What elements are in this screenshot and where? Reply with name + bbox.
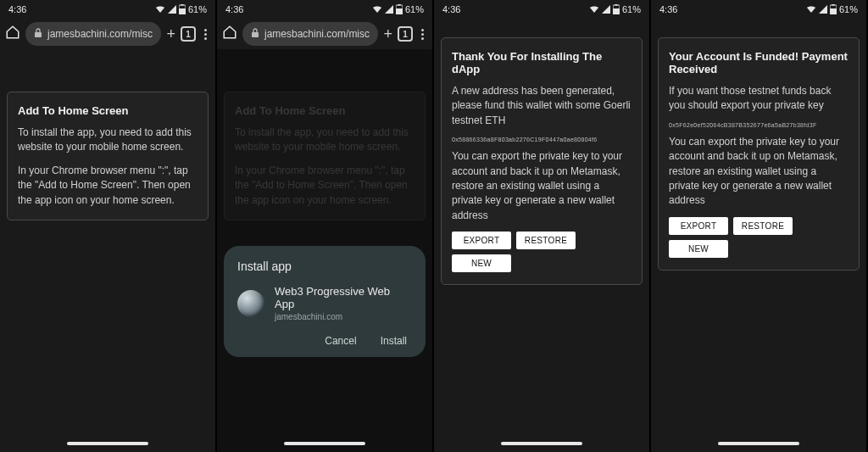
status-right: 61% [372,4,424,14]
status-time: 4:36 [659,4,677,14]
battery-icon [396,4,403,14]
card-title: Add To Home Screen [18,104,198,117]
install-app-sheet: Install app Web3 Progressive Web App jam… [224,246,426,357]
export-button[interactable]: EXPORT [669,217,728,235]
signal-icon [168,5,176,14]
svg-rect-10 [615,4,617,6]
card-text-2: You can export the private key to your a… [452,149,632,223]
screen-1: 4:36 61% jamesbachini.com/misc + 1 Add T… [0,0,217,452]
svg-rect-7 [252,32,259,37]
status-right: 61% [589,4,641,14]
status-bar: 4:36 61% [217,0,432,19]
wifi-icon [589,5,599,14]
card-title: Your Account Is Funded! Payment Received [669,50,849,75]
screen-3: 4:36 61% Thank You For Installing The dA… [434,0,651,452]
page-content: Thank You For Installing The dApp A new … [434,19,649,452]
status-battery: 61% [622,4,641,14]
signal-icon [385,5,393,14]
restore-button[interactable]: RESTORE [516,232,576,249]
card-title: Thank You For Installing The dApp [452,50,632,75]
home-icon[interactable] [222,25,237,43]
android-nav-pill[interactable] [718,442,799,445]
page-content: Add To Home Screen To install the app, y… [217,49,432,452]
card-text-1: A new address has been generated, please… [452,84,632,128]
menu-icon[interactable] [201,29,210,40]
page-content: Your Account Is Funded! Payment Received… [651,19,866,452]
card-text-2: In your Chrome browser menu ":", tap the… [18,164,198,208]
wallet-address: 0x58866336a8F803ab2276C19F0447a0ae80804f… [452,137,632,142]
svg-rect-13 [832,4,834,6]
android-nav-pill[interactable] [67,442,148,445]
signal-icon [819,5,827,14]
status-right: 61% [155,4,207,14]
status-right: 61% [806,4,858,14]
battery-icon [613,4,620,14]
wifi-icon [155,5,165,14]
new-tab-icon[interactable]: + [383,25,392,43]
android-nav-pill[interactable] [501,442,582,445]
cancel-button[interactable]: Cancel [325,335,356,347]
status-battery: 61% [839,4,858,14]
status-bar: 4:36 61% [434,0,649,19]
android-nav-pill[interactable] [284,442,365,445]
status-time: 4:36 [225,4,243,14]
button-row: EXPORT RESTORE NEW [452,232,632,272]
card-text-1: To install the app, you need to add this… [18,126,198,155]
status-bar: 4:36 61% [0,0,215,19]
status-time: 4:36 [8,4,26,14]
chrome-nav-bar: jamesbachini.com/misc + 1 [217,19,432,49]
card-text-1: If you want those testnet funds back you… [669,84,849,114]
install-button[interactable]: Install [381,335,407,347]
card-text-2: You can export the private key to your a… [669,135,849,209]
wifi-icon [372,5,382,14]
chrome-nav-bar: jamesbachini.com/misc + 1 [0,19,215,49]
home-icon[interactable] [5,25,20,43]
funded-card: Your Account Is Funded! Payment Received… [658,37,860,271]
svg-rect-3 [35,32,42,37]
menu-icon[interactable] [418,29,427,40]
app-domain: jamesbachini.com [275,312,412,321]
dapp-card: Thank You For Installing The dApp A new … [441,37,643,285]
screen-4: 4:36 61% Your Account Is Funded! Payment… [651,0,868,452]
status-battery: 61% [405,4,424,14]
new-tab-icon[interactable]: + [166,25,175,43]
restore-button[interactable]: RESTORE [733,217,793,235]
svg-rect-6 [398,4,400,6]
url-bar[interactable]: jamesbachini.com/misc [242,22,378,46]
url-bar[interactable]: jamesbachini.com/misc [25,22,161,46]
button-row: EXPORT RESTORE NEW [669,217,849,258]
svg-rect-1 [179,8,186,14]
battery-icon [830,4,837,14]
status-battery: 61% [188,4,207,14]
tab-count[interactable]: 1 [398,26,413,42]
install-info: Web3 Progressive Web App jamesbachini.co… [275,285,412,321]
page-content: Add To Home Screen To install the app, y… [0,49,215,452]
app-name: Web3 Progressive Web App [275,285,412,310]
app-icon [237,290,264,317]
svg-rect-2 [181,4,183,6]
screen-2: 4:36 61% jamesbachini.com/misc + 1 Add T… [217,0,434,452]
url-text: jamesbachini.com/misc [264,28,370,40]
url-text: jamesbachini.com/misc [47,28,153,40]
svg-rect-12 [830,8,837,14]
lock-icon [251,28,259,41]
new-button[interactable]: NEW [452,254,511,272]
wallet-address: 0x5F62e0ef52064cB387B352677e6a5aB27b38fd… [669,122,849,128]
svg-rect-9 [613,8,620,14]
lock-icon [34,28,42,41]
wifi-icon [806,5,816,14]
export-button[interactable]: EXPORT [452,232,511,249]
install-title: Install app [237,259,412,273]
signal-icon [602,5,610,14]
status-time: 4:36 [442,4,460,14]
info-card: Add To Home Screen To install the app, y… [7,92,209,220]
install-app-row: Web3 Progressive Web App jamesbachini.co… [237,285,412,321]
new-button[interactable]: NEW [669,240,728,258]
battery-icon [179,4,186,14]
tab-count[interactable]: 1 [181,26,196,42]
status-bar: 4:36 61% [651,0,866,19]
install-actions: Cancel Install [237,335,412,347]
svg-rect-5 [396,8,403,14]
